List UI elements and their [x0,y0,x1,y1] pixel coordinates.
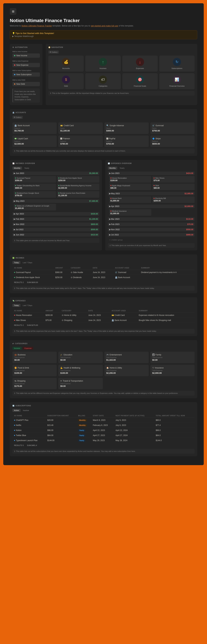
account-patreon[interactable]: 🅿Patreon Balance $780.00 [58,136,103,147]
expense-apple-keyboard[interactable]: Apple Magic Keyboard $96.00 [109,184,152,190]
nav-info: ℹ This is the Navigation section. All th… [48,91,195,96]
table-row[interactable]: Netflix $15.49 Monthly February 8, 2023 … [12,423,195,428]
expenses-table-header-row: As Name Amount Category Date Account Use… [12,309,195,313]
expense-month-mar23-header[interactable]: ▶ Mar 2023 $110.00 [108,217,195,221]
income-rental[interactable]: Rental income from Real Estate $1,100.00 [57,191,99,198]
expense-month-feb23-header[interactable]: ▶ Feb 2023 $70.00 [108,222,195,226]
expense-month-nov22-header[interactable]: ▶ Nov 2022 $550.00 [108,228,195,231]
income-month-jul22-header[interactable]: ▶ Jul 2022 $500.00 [12,228,99,231]
cat-home[interactable]: 🏠Home & Utility Total Expense $2,206.00 [104,365,149,376]
income-month-apr23-header[interactable]: ▶ Apr 2023 $430.00 [12,212,99,216]
account-stripe[interactable]: 🔷Stripe Balance $600.00 [150,136,195,147]
incomes-tab-monthly[interactable]: Monthly [12,166,22,170]
nav-card-categories[interactable]: 🏷 Categories [85,73,121,89]
income-month-nov22-header[interactable]: ▶ Nov 2022 $800.00 [12,222,99,226]
expense-house-reno[interactable]: House Renovation $100.00 [109,176,152,182]
sub-row4-billing: Yearly [76,433,91,438]
table-row[interactable]: Gumroad Payout $360.00 ⊙ Side Hustle Jun… [12,270,195,275]
sub-row4-amount: $84.00 [46,433,76,438]
expenses-col-date: Date [87,309,110,313]
expense-month-feb23: ▶ Feb 2023 $70.00 [108,222,195,226]
expenses-tab-yearly[interactable]: Yearly [118,166,126,170]
cat-shopping[interactable]: 🛍Shopping Total Expense $175.00 [12,378,57,389]
subs-tab-active[interactable]: Active [12,409,20,412]
nav-card-subs[interactable]: ↻ Subscriptions [159,56,195,72]
account-credit[interactable]: 💳Credit Card Name $1,100.00 [58,122,103,134]
nav-card-overview[interactable]: 📊 Financial Overview [159,73,195,89]
expense-month-may23-header[interactable]: ▶ May 2023 $2,085.00 [108,192,195,195]
expenses-tab-last7[interactable]: Last 7 Days [21,304,34,307]
expense-month-apr23-header[interactable]: ▶ Apr 2023 $2,000.00 [108,204,195,208]
income-social-media-agency[interactable]: Social Media Marketing Agency Income $2,… [57,184,99,190]
cat-education[interactable]: 🎓Education Total Expense $0.00 [58,352,103,363]
expense-month-jul22-header[interactable]: ▶ Jul 2022 $999.00 [108,233,195,236]
cat-health[interactable]: 💪Health & Wellbeing Total Expense $100.0… [58,365,103,376]
incomes-tab-yearly[interactable]: Yearly [23,166,31,170]
cat-family[interactable]: 👨‍👩‍👧Family Total Expense $0.00 [150,352,195,363]
account-bank[interactable]: 🏦Bank Account Balance $5,700.00 [12,122,57,134]
expense-month-apr23: ▶ Apr 2023 $2,000.00 Medical Insurance $… [108,204,195,216]
table-row[interactable]: Typestream Launch Plan $144.00 Yearly Ma… [12,438,195,443]
cat-business[interactable]: 💼Business Total Expense $0.00 [12,352,57,363]
income-salary-google[interactable]: Salary as a Software Engineer at Google … [14,204,56,210]
cat-insurance[interactable]: 🛡Insurance Total Expense $2,000.99 [150,365,195,376]
sub-row5-total: $144.0 [154,438,195,443]
table-row[interactable]: Notion $96.00 Yearly April 22, 2023 Apri… [12,428,195,433]
expenses-tab-monthly[interactable]: Monthly [108,166,117,170]
nav-card-debt[interactable]: $ Debt [48,73,84,89]
income-google-stock[interactable]: Dividend from Google Stock $750.00 [14,191,56,198]
expense-hidden-label[interactable]: + 1 hidden group [108,238,195,242]
income-gumroad-payout[interactable]: Gumroad Payout $350.00 [14,176,56,182]
account-paypal[interactable]: 🅿PayPal Balance $763.00 [104,136,149,147]
cat-entertainment[interactable]: 🎮Entertainment Debt Expense $1,163.00 [104,352,149,363]
nav-card-incomes[interactable]: ↑ Incomes [85,56,121,72]
cat-travel[interactable]: ✈Travel & Transportation Debt Expense $9… [58,378,103,389]
expense-month-nov22: ▶ Nov 2022 $550.00 [108,228,195,231]
nav-card-accounts[interactable]: 💰 Accounts [48,56,84,72]
debt-icon: $ [62,76,70,84]
subtitle-link1[interactable]: Notion Ultimate Finance Tracker [21,24,52,27]
new-sub-label: Add a new Subscription [12,70,40,72]
tips-link[interactable]: ▶ Template Walkthrough [12,35,195,38]
cat-filter-income[interactable]: Income [12,347,21,350]
expense-nike-shoes[interactable]: Nike Shoes $75.00 [152,176,195,182]
new-income-button[interactable]: New Income [12,54,40,58]
cat-filter-expense[interactable]: Expense [23,347,33,350]
sub-row3-name: Notion [12,428,46,433]
subscriptions-info: ℹ This table lists out all the subscript… [12,449,195,454]
new-debt-button[interactable]: New Debt [12,82,40,86]
incomes-tab-today[interactable]: Today [12,261,20,264]
table-row[interactable]: Twitter Blue $84.00 Yearly April 27, 202… [12,433,195,438]
account-adsense[interactable]: 🔍Google Adsense Name $400.00 [104,122,149,134]
expense-month-may23: ▶ May 2023 $2,085.00 House Rent $1,800.0… [108,192,195,203]
income-month-jun22-header[interactable]: ▶ Jun 2022 $410.00 [12,233,99,236]
table-row[interactable]: Dividends from Apple Stock $250.00 ⊙ Div… [12,275,195,280]
table-row[interactable]: House Renovation $200.00 ⊙ Home & Utilit… [12,313,195,318]
incomes-tab-last7[interactable]: Last 7 Days [21,261,34,264]
cat-food[interactable]: 🍔Food & Drink Total Expense $109.00 [12,365,57,376]
expense-shirt[interactable]: Shirt $80.00 [152,184,195,190]
income-dividends-apple[interactable]: Dividends from Apple Stock $250.00 [57,176,99,182]
sub-row4-start: April 27, 2023 [91,433,114,438]
nav-card-goals[interactable]: 🎯 Financial Goals [122,73,158,89]
subtitle-link2[interactable]: get started and make full use [91,24,118,27]
table-row[interactable]: ChatGPT Plus $20.00 Monthly March 9, 202… [12,418,195,423]
expense-house-rent[interactable]: House Rent $1,800.00 [109,196,152,203]
automation-icon: ⚙ [12,46,14,48]
income-month-jun23-header[interactable]: ▶ Jun 2023 $5,360.00 [12,172,99,175]
account-cash[interactable]: 💵Liquid Cash Balance $2,500.00 [12,136,57,147]
income-twitter-ghostwriting[interactable]: Twitter Ghostwriting for Mark $900.00 [14,184,56,190]
income-month-feb23-header[interactable]: ▶ Feb 2023 $1,100.00 [12,217,99,221]
account-gumroad[interactable]: 🛒Gumroad Name $750.00 [150,122,195,134]
table-row[interactable]: Nike Shoes $75.00 ⊙ Shopping June 24, 20… [12,318,195,323]
income-month-may23-header[interactable]: ▶ May 2023 $7,460.00 [12,199,99,203]
expense-month-jun23-header[interactable]: ▶ Jun 2023 $424.00 [108,172,195,175]
expense-electricity[interactable]: Electricity Bill $200.00 [152,196,195,203]
expense-medical[interactable]: Medical Insurance $1,000.00 [109,209,152,216]
expenses-tab-today[interactable]: Today [12,304,20,307]
new-expense-button[interactable]: New Expense [12,63,40,67]
new-debt-label: Add a new Debt [12,79,40,81]
nav-card-expenses[interactable]: ↓ Expenses [122,56,158,72]
new-sub-button[interactable]: New Subscription [12,72,40,77]
subs-tab-inactive[interactable]: Inactive [21,409,31,412]
